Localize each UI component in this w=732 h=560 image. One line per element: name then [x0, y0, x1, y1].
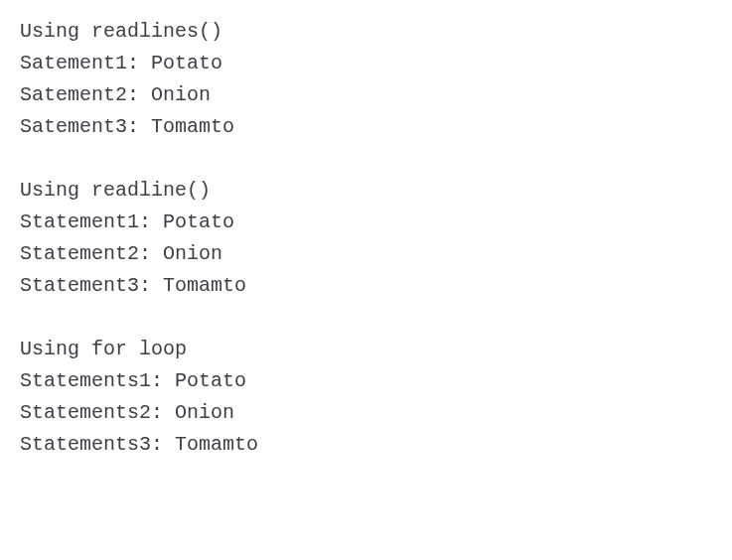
block-2-header: Using readline() — [20, 175, 712, 207]
block-2-line-2: Statement2: Onion — [20, 238, 712, 270]
block-2-line-1: Statement1: Potato — [20, 207, 712, 238]
blank-line — [20, 302, 712, 334]
block-1-line-1: Satement1: Potato — [20, 48, 712, 79]
block-1-line-2: Satement2: Onion — [20, 79, 712, 111]
block-3-line-3: Statements3: Tomamto — [20, 429, 712, 461]
block-1-line-3: Satement3: Tomamto — [20, 111, 712, 143]
block-1-header: Using readlines() — [20, 16, 712, 48]
block-3-header: Using for loop — [20, 334, 712, 365]
blank-line — [20, 143, 712, 175]
block-2-line-3: Statement3: Tomamto — [20, 270, 712, 302]
block-3-line-2: Statements2: Onion — [20, 397, 712, 429]
block-3-line-1: Statements1: Potato — [20, 365, 712, 397]
